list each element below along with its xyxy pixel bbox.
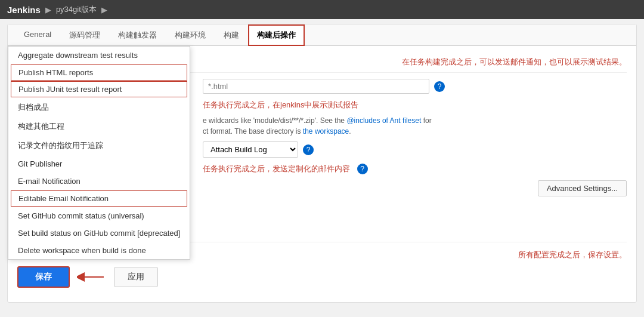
- junit-annotation: 任务执行完成之后，在jenkins中展示测试报告: [203, 100, 627, 110]
- dropdown-item-github-status[interactable]: Set GitHub commit status (universal): [8, 207, 190, 224]
- breadcrumb-sep-1: ▶: [45, 5, 51, 14]
- help-icon-html[interactable]: ?: [434, 81, 445, 92]
- arrow-annotation: [77, 270, 107, 284]
- includes-link[interactable]: @includes of Ant fileset: [346, 116, 421, 125]
- tabs-bar: General 源码管理 构建触发器 构建环境 构建 构建后操作: [8, 24, 636, 46]
- dropdown-item-publish-html[interactable]: Publish HTML reports: [11, 64, 187, 81]
- tab-post-build[interactable]: 构建后操作: [248, 24, 305, 46]
- dropdown-item-git-publisher[interactable]: Git Publisher: [8, 155, 190, 173]
- tab-general[interactable]: General: [15, 24, 60, 46]
- wildcards-row: e wildcards like 'module/dist/**/*.zip'.…: [203, 115, 627, 137]
- bottom-buttons: 保存 应用: [17, 266, 627, 288]
- save-button[interactable]: 保存: [17, 266, 70, 288]
- form-content: ? 任务执行完成之后，在jenkins中展示测试报告 e wildcards l…: [203, 79, 627, 202]
- attach-build-log-row: Attach Build Log ?: [203, 141, 627, 158]
- tab-build-triggers[interactable]: 构建触发器: [109, 24, 166, 46]
- dropdown-item-publish-junit[interactable]: Publish JUnit test result report: [11, 81, 187, 97]
- editable-email-annotation: 任务执行完成之后，发送定制化的邮件内容 ?: [203, 164, 627, 174]
- dropdown-item-aggregate[interactable]: Aggregate downstream test results: [8, 47, 190, 64]
- attach-build-log-select[interactable]: Attach Build Log: [203, 141, 298, 158]
- dropdown-item-email-notification[interactable]: E-mail Notification: [8, 173, 190, 190]
- html-input[interactable]: [203, 79, 429, 94]
- dropdown-item-editable-email[interactable]: Editable Email Notification: [11, 190, 187, 207]
- tab-source-mgmt[interactable]: 源码管理: [60, 24, 109, 46]
- help-icon-email[interactable]: ?: [357, 164, 368, 174]
- topbar: Jenkins ▶ py34git版本 ▶: [0, 0, 644, 19]
- arrow-icon: [77, 270, 107, 284]
- breadcrumb-project[interactable]: py34git版本: [56, 4, 97, 15]
- tab-build[interactable]: 构建: [215, 24, 248, 46]
- dropdown-item-archive[interactable]: 归档成品: [8, 98, 190, 117]
- breadcrumb-sep-2: ▶: [101, 5, 107, 14]
- workspace-link[interactable]: the workspace: [303, 127, 349, 136]
- tab-build-env[interactable]: 构建环境: [166, 24, 215, 46]
- page-body: 在任务构建完成之后，可以发送邮件通知，也可以展示测试结果。 Aggregate …: [8, 46, 636, 302]
- advanced-row: Advanced Settings...: [203, 180, 627, 196]
- dropdown-item-delete-workspace[interactable]: Delete workspace when build is done: [8, 242, 190, 259]
- html-input-row: ?: [203, 79, 627, 94]
- advanced-settings-button[interactable]: Advanced Settings...: [538, 180, 627, 196]
- apply-button[interactable]: 应用: [114, 267, 158, 287]
- content-row: Aggregate downstream test results Publis…: [17, 79, 627, 202]
- help-icon-attach[interactable]: ?: [303, 144, 314, 155]
- dropdown-item-build-other[interactable]: 构建其他工程: [8, 117, 190, 136]
- main-content: General 源码管理 构建触发器 构建环境 构建 构建后操作 在任务构建完成…: [7, 24, 637, 303]
- jenkins-logo: Jenkins: [7, 5, 41, 15]
- dropdown-item-fingerprint[interactable]: 记录文件的指纹用于追踪: [8, 136, 190, 155]
- dropdown-item-github-status-deprecated[interactable]: Set build status on GitHub commit [depre…: [8, 224, 190, 242]
- dropdown-menu: Aggregate downstream test results Publis…: [8, 46, 190, 260]
